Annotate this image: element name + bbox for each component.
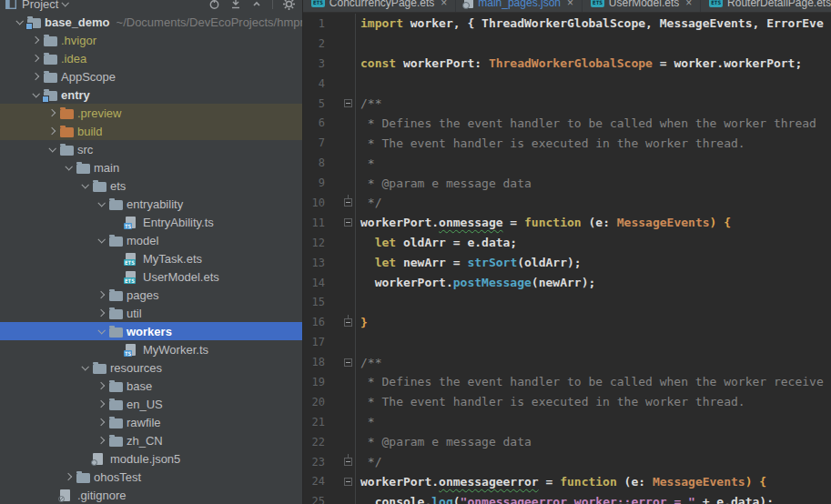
- tree-item-build[interactable]: build: [0, 122, 302, 140]
- tree-item-idea[interactable]: .idea: [0, 49, 302, 67]
- ets-file-icon: ETS: [126, 271, 136, 283]
- folder-icon: [44, 36, 57, 46]
- gutter[interactable]: 10: [303, 193, 356, 213]
- gutter[interactable]: 6: [303, 113, 356, 133]
- tree-item-preview[interactable]: .preview: [0, 104, 302, 122]
- tree-item-util[interactable]: util: [0, 304, 302, 322]
- fold-end-icon[interactable]: [344, 198, 352, 207]
- tree-item-zh-cn[interactable]: zh_CN: [0, 431, 302, 449]
- scroll-from-source-icon[interactable]: [230, 0, 241, 9]
- line-number: 12: [305, 237, 325, 249]
- line-number: 8: [305, 156, 325, 169]
- tree-item-pages[interactable]: pages: [0, 286, 302, 304]
- code-editor[interactable]: 1import worker, { ThreadWorkerGlobalScop…: [303, 14, 831, 504]
- gutter[interactable]: 7: [303, 133, 356, 153]
- tree-item-module-json5[interactable]: module.json5: [0, 449, 302, 468]
- gutter[interactable]: 20: [303, 392, 356, 412]
- chevron-expanded-icon[interactable]: [81, 181, 88, 188]
- close-tab-icon[interactable]: ×: [685, 0, 692, 9]
- tree-item-hvigor[interactable]: .hvigor: [0, 31, 302, 49]
- gutter[interactable]: 14: [303, 273, 356, 293]
- tree-item-model[interactable]: model: [0, 231, 302, 249]
- tree-item-main[interactable]: main: [0, 158, 302, 176]
- chevron-expanded-icon[interactable]: [15, 17, 23, 25]
- chevron-collapsed-icon[interactable]: [65, 473, 72, 480]
- editor-tab-usermodel-ets[interactable]: ETSUserModel.ets×: [583, 0, 701, 13]
- gutter[interactable]: 25: [303, 491, 356, 504]
- collapse-all-icon[interactable]: [251, 0, 262, 9]
- gutter[interactable]: 5: [303, 94, 356, 114]
- fold-start-icon[interactable]: [344, 478, 352, 486]
- tree-item-workers[interactable]: workers: [0, 322, 302, 340]
- settings-icon[interactable]: [283, 0, 295, 10]
- chevron-collapsed-icon[interactable]: [32, 73, 39, 80]
- gutter[interactable]: 18: [303, 352, 356, 372]
- gutter[interactable]: 24: [303, 471, 356, 491]
- tree-item-ets[interactable]: ets: [0, 176, 302, 195]
- chevron-expanded-icon[interactable]: [97, 236, 105, 243]
- chevron-expanded-icon[interactable]: [32, 90, 39, 97]
- tree-item-entryability[interactable]: entryability: [0, 195, 302, 213]
- chevron-collapsed-icon[interactable]: [97, 382, 105, 389]
- chevron-collapsed-icon[interactable]: [97, 400, 105, 408]
- editor-tab-routerdetailpage-ets[interactable]: ETSRouterDetailPage.ets×: [701, 0, 831, 13]
- tree-item-usermodel-ets[interactable]: ETSUserModel.ets: [0, 267, 302, 286]
- gutter[interactable]: 22: [303, 432, 356, 452]
- gutter[interactable]: 8: [303, 153, 356, 173]
- tree-item-myworker-ts[interactable]: TSMyWorker.ts: [0, 340, 302, 358]
- editor-tab-concurrencypage-ets[interactable]: ETSConcurrencyPage.ets×: [303, 0, 456, 13]
- gutter[interactable]: 17: [303, 332, 356, 352]
- tree-item-base[interactable]: base: [0, 377, 302, 395]
- tree-item-gitignore[interactable]: .gitignore: [0, 486, 302, 504]
- gutter[interactable]: 23: [303, 452, 356, 472]
- gutter[interactable]: 16: [303, 312, 356, 332]
- chevron-collapsed-icon[interactable]: [32, 55, 39, 62]
- tree-item-base-demo[interactable]: base_demo~/Documents/DevEcoProjects/hmpr: [0, 13, 302, 31]
- chevron-collapsed-icon[interactable]: [32, 36, 39, 44]
- gutter[interactable]: 2: [303, 34, 356, 54]
- gutter[interactable]: 13: [303, 253, 356, 273]
- project-panel-title[interactable]: Project: [22, 0, 58, 11]
- tree-item-appscope[interactable]: AppScope: [0, 67, 302, 86]
- fold-start-icon[interactable]: [344, 99, 352, 107]
- close-tab-icon[interactable]: ×: [567, 0, 573, 9]
- tree-item-label: resources: [110, 361, 162, 375]
- chevron-collapsed-icon[interactable]: [97, 418, 105, 426]
- chevron-collapsed-icon[interactable]: [48, 127, 56, 135]
- close-tab-icon[interactable]: ×: [441, 0, 447, 9]
- chevron-collapsed-icon[interactable]: [97, 437, 105, 444]
- chevron-expanded-icon[interactable]: [48, 145, 56, 152]
- tree-item-rawfile[interactable]: rawfile: [0, 413, 302, 431]
- gutter[interactable]: 4: [303, 74, 356, 94]
- tree-item-en-us[interactable]: en_US: [0, 395, 302, 413]
- chevron-collapsed-icon[interactable]: [97, 309, 105, 317]
- chevron-expanded-icon[interactable]: [97, 199, 105, 207]
- gutter[interactable]: 15: [303, 292, 356, 312]
- gutter[interactable]: 21: [303, 412, 356, 432]
- gutter[interactable]: 12: [303, 233, 356, 253]
- chevron-expanded-icon[interactable]: [65, 163, 72, 170]
- chevron-expanded-icon[interactable]: [97, 327, 105, 334]
- locate-icon[interactable]: [208, 0, 220, 10]
- fold-start-icon[interactable]: [344, 358, 352, 367]
- gutter[interactable]: 19: [303, 372, 356, 392]
- tree-item-src[interactable]: src: [0, 140, 302, 158]
- gutter[interactable]: 3: [303, 54, 356, 74]
- chevron-collapsed-icon[interactable]: [48, 109, 56, 116]
- tree-item-resources[interactable]: resources: [0, 358, 302, 377]
- gutter[interactable]: 9: [303, 173, 356, 193]
- editor-tab-main-pages-json[interactable]: main_pages.json×: [456, 0, 583, 13]
- chevron-down-icon[interactable]: [62, 0, 69, 7]
- chevron-expanded-icon[interactable]: [81, 363, 88, 370]
- project-view-icon[interactable]: [5, 0, 16, 9]
- chevron-collapsed-icon[interactable]: [97, 291, 105, 298]
- gutter[interactable]: 1: [303, 14, 356, 34]
- fold-end-icon[interactable]: [344, 458, 352, 466]
- fold-end-icon[interactable]: [344, 318, 352, 327]
- tree-item-entryability-ts[interactable]: TSEntryAbility.ts: [0, 213, 302, 231]
- tree-item-entry[interactable]: entry: [0, 86, 302, 104]
- gutter[interactable]: 11: [303, 213, 356, 233]
- tree-item-mytask-ets[interactable]: ETSMyTask.ets: [0, 249, 302, 267]
- tree-item-ohostest[interactable]: ohosTest: [0, 468, 302, 486]
- fold-start-icon[interactable]: [344, 218, 352, 227]
